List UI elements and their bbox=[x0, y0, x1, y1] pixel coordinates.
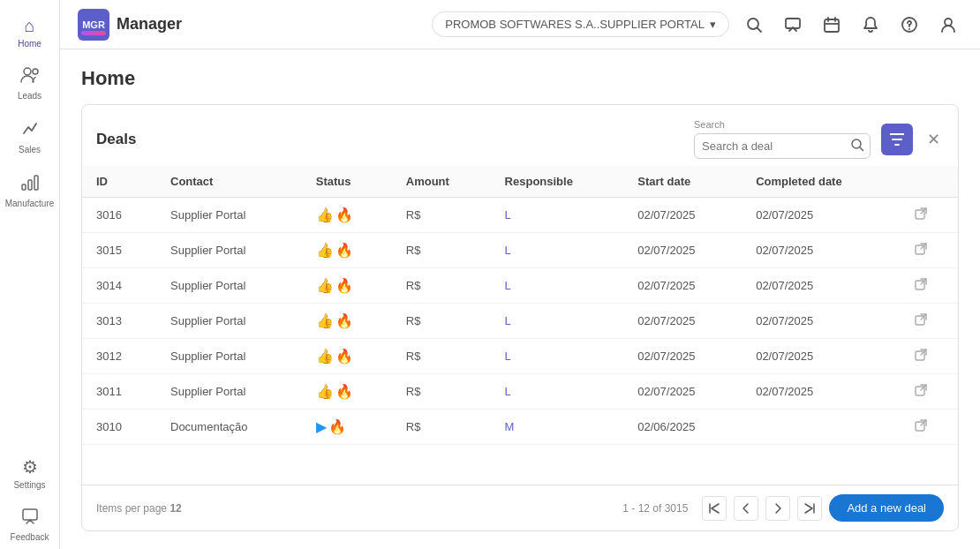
home-icon: ⌂ bbox=[24, 16, 34, 36]
cell-id: 3015 bbox=[82, 233, 156, 268]
bell-icon[interactable] bbox=[856, 11, 885, 39]
cell-responsible: L bbox=[491, 198, 624, 233]
fire-icon: 🔥 bbox=[335, 207, 353, 223]
chevron-down-icon: ▾ bbox=[710, 18, 716, 31]
filter-button[interactable] bbox=[881, 124, 913, 155]
cell-open[interactable] bbox=[900, 410, 958, 445]
svg-line-23 bbox=[921, 279, 926, 284]
cell-responsible: L bbox=[491, 374, 624, 410]
cell-completed-date bbox=[742, 410, 900, 445]
company-name: PROMOB SOFTWARES S.A..SUPPLIER PORTAL bbox=[445, 18, 705, 31]
cell-contact: Supplier Portal bbox=[156, 374, 302, 410]
sidebar-label-sales: Sales bbox=[19, 145, 41, 154]
company-selector[interactable]: PROMOB SOFTWARES S.A..SUPPLIER PORTAL ▾ bbox=[432, 11, 729, 37]
cell-status: 👍🔥 bbox=[302, 304, 392, 339]
deals-table: ID Contact Status Amount Responsible Sta… bbox=[82, 166, 958, 445]
cell-start-date: 02/07/2025 bbox=[623, 268, 742, 304]
calendar-icon[interactable] bbox=[818, 11, 846, 39]
cell-amount: R$ bbox=[392, 198, 491, 233]
open-record-icon[interactable] bbox=[914, 383, 928, 397]
add-deal-button[interactable]: Add a new deal bbox=[829, 494, 944, 522]
cell-completed-date: 02/07/2025 bbox=[742, 233, 900, 268]
sidebar: ⌂ Home Leads Sales Man bbox=[0, 0, 60, 549]
sidebar-label-feedback: Feedback bbox=[11, 532, 49, 542]
svg-point-1 bbox=[33, 69, 38, 74]
search-topbar-button[interactable] bbox=[740, 11, 768, 39]
sidebar-item-settings[interactable]: ⚙ Settings bbox=[4, 449, 57, 497]
search-submit-button[interactable] bbox=[850, 138, 864, 154]
sidebar-item-leads[interactable]: Leads bbox=[4, 59, 57, 108]
chat-icon[interactable] bbox=[779, 11, 807, 39]
cell-amount: R$ bbox=[392, 268, 491, 304]
next-page-button[interactable] bbox=[765, 496, 790, 521]
topbar: MGR Manager PROMOB SOFTWARES S.A..SUPPLI… bbox=[60, 0, 980, 49]
first-page-button[interactable] bbox=[702, 496, 727, 521]
open-record-icon[interactable] bbox=[914, 242, 928, 256]
deals-header: Deals Search bbox=[82, 105, 958, 166]
open-record-icon[interactable] bbox=[914, 418, 928, 432]
sidebar-item-home[interactable]: ⌂ Home bbox=[4, 9, 57, 56]
search-input[interactable] bbox=[702, 139, 850, 153]
cell-responsible: L bbox=[491, 304, 624, 339]
cell-contact: Documentação bbox=[156, 410, 302, 445]
sidebar-label-settings: Settings bbox=[13, 480, 45, 490]
search-label: Search bbox=[694, 119, 871, 130]
svg-line-27 bbox=[921, 350, 926, 355]
table-row: 3013 Supplier Portal 👍🔥 R$ L 02/07/2025 … bbox=[82, 304, 958, 339]
open-record-icon[interactable] bbox=[914, 348, 928, 362]
svg-point-15 bbox=[945, 19, 952, 26]
col-id: ID bbox=[82, 166, 156, 198]
cell-amount: R$ bbox=[392, 304, 491, 339]
deals-title: Deals bbox=[96, 131, 683, 148]
svg-rect-2 bbox=[22, 184, 26, 190]
svg-rect-5 bbox=[23, 509, 37, 520]
deals-table-body: 3016 Supplier Portal 👍🔥 R$ L 02/07/2025 … bbox=[82, 198, 958, 445]
cell-id: 3013 bbox=[82, 304, 156, 339]
pagination-bar: Items per page 12 1 - 12 of 3015 bbox=[82, 485, 958, 530]
clear-filter-button[interactable]: ✕ bbox=[923, 126, 944, 153]
cell-amount: R$ bbox=[392, 339, 491, 374]
open-record-icon[interactable] bbox=[914, 277, 928, 291]
table-header: ID Contact Status Amount Responsible Sta… bbox=[82, 166, 958, 198]
search-area: Search bbox=[694, 119, 871, 159]
cell-responsible: M bbox=[491, 410, 624, 445]
cell-start-date: 02/07/2025 bbox=[623, 198, 742, 233]
cell-start-date: 02/06/2025 bbox=[623, 410, 742, 445]
open-record-icon[interactable] bbox=[914, 207, 928, 221]
prev-page-button[interactable] bbox=[734, 496, 758, 521]
open-record-icon[interactable] bbox=[914, 312, 928, 327]
cell-contact: Supplier Portal bbox=[156, 304, 302, 339]
cell-responsible: L bbox=[491, 268, 624, 304]
cell-open[interactable] bbox=[900, 268, 958, 304]
cell-status: 👍🔥 bbox=[302, 198, 392, 233]
help-icon[interactable] bbox=[895, 11, 923, 39]
col-contact: Contact bbox=[156, 166, 302, 198]
fire-icon: 🔥 bbox=[335, 277, 353, 294]
cell-id: 3011 bbox=[82, 374, 156, 410]
cell-open[interactable] bbox=[900, 374, 958, 410]
cell-open[interactable] bbox=[900, 233, 958, 268]
cell-open[interactable] bbox=[900, 339, 958, 374]
last-page-button[interactable] bbox=[797, 496, 822, 521]
main-content: MGR Manager PROMOB SOFTWARES S.A..SUPPLI… bbox=[60, 0, 980, 549]
cell-status: 👍🔥 bbox=[302, 268, 392, 304]
cell-completed-date: 02/07/2025 bbox=[742, 198, 900, 233]
cell-start-date: 02/07/2025 bbox=[623, 374, 742, 410]
col-start-date: Start date bbox=[623, 166, 742, 198]
sidebar-item-feedback[interactable]: Feedback bbox=[4, 500, 57, 549]
sidebar-item-sales[interactable]: Sales bbox=[4, 111, 57, 162]
page-title: Home bbox=[81, 67, 959, 90]
logo-box: MGR bbox=[78, 9, 109, 41]
logo-strip bbox=[81, 31, 106, 35]
logo-initials: MGR bbox=[82, 19, 105, 30]
cell-amount: R$ bbox=[392, 233, 491, 268]
sidebar-label-manufacture: Manufacture bbox=[5, 199, 55, 208]
cell-start-date: 02/07/2025 bbox=[623, 233, 742, 268]
logo-area: MGR Manager bbox=[78, 9, 182, 41]
cell-open[interactable] bbox=[900, 304, 958, 339]
cell-open[interactable] bbox=[900, 198, 958, 233]
fire-icon: 🔥 bbox=[328, 418, 346, 435]
cell-contact: Supplier Portal bbox=[156, 198, 302, 233]
sidebar-item-manufacture[interactable]: Manufacture bbox=[4, 165, 57, 215]
user-icon[interactable] bbox=[934, 11, 962, 39]
